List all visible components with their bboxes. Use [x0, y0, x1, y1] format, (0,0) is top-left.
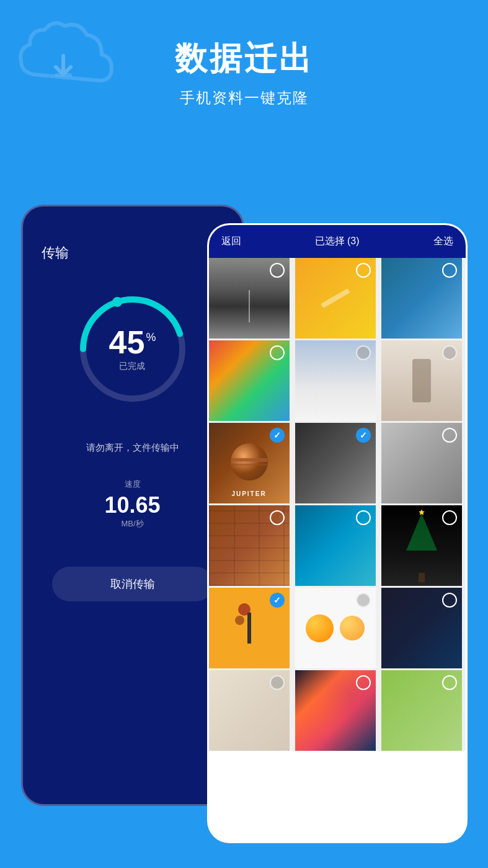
select-circle-16[interactable] [270, 675, 285, 690]
grid-item-2[interactable] [295, 258, 376, 339]
grid-item-1[interactable] [209, 258, 290, 339]
grid-item-3[interactable] [381, 258, 462, 339]
grid-item-5[interactable] [295, 340, 376, 421]
select-circle-15[interactable] [442, 593, 457, 608]
speed-label: 速度 [104, 479, 160, 490]
grid-item-14[interactable] [295, 588, 376, 668]
grid-item-7[interactable]: JUPITER [209, 423, 290, 503]
header-section: 数据迁出 手机资料一键克隆 [0, 0, 488, 133]
select-circle-8[interactable] [356, 428, 371, 443]
transfer-warning-text: 请勿离开，文件传输中 [86, 442, 179, 454]
back-button[interactable]: 返回 [221, 235, 241, 248]
select-circle-13[interactable] [270, 593, 285, 608]
selected-count-title: 已选择 (3) [315, 235, 360, 248]
select-circle-5[interactable] [356, 345, 371, 360]
grid-item-6[interactable] [381, 340, 462, 421]
transfer-section-label: 传输 [42, 244, 69, 262]
progress-text: 45 % 已完成 [109, 326, 156, 372]
grid-item-17[interactable] [295, 670, 376, 751]
select-circle-18[interactable] [442, 675, 457, 690]
jupiter-label: JUPITER [231, 490, 266, 497]
select-circle-7[interactable] [270, 428, 285, 443]
select-circle-12[interactable] [442, 510, 457, 525]
grid-item-13[interactable] [209, 588, 290, 668]
select-circle-1[interactable] [270, 263, 285, 278]
grid-item-4[interactable] [209, 340, 290, 421]
right-phone: 返回 已选择 (3) 全选 [207, 223, 468, 843]
sub-title: 手机资料一键克隆 [180, 88, 309, 108]
phones-container: 传输 45 % [21, 205, 468, 849]
select-circle-10[interactable] [270, 510, 285, 525]
select-circle-14[interactable] [356, 593, 371, 608]
select-circle-17[interactable] [356, 675, 371, 690]
grid-item-16[interactable] [209, 670, 290, 751]
speed-value: 10.65 [104, 492, 160, 518]
grid-item-12[interactable]: ⭐ [381, 505, 462, 586]
select-circle-2[interactable] [356, 263, 371, 278]
select-circle-3[interactable] [442, 263, 457, 278]
progress-number: 45 [109, 326, 145, 358]
select-circle-4[interactable] [270, 345, 285, 360]
progress-circle: 45 % 已完成 [71, 287, 195, 411]
select-circle-11[interactable] [356, 510, 371, 525]
grid-item-18[interactable] [381, 670, 462, 751]
progress-percent: % [146, 331, 156, 344]
gallery-header: 返回 已选择 (3) 全选 [209, 225, 466, 258]
select-circle-9[interactable] [442, 428, 457, 443]
gallery-grid: JUPITER [209, 258, 466, 751]
cancel-transfer-button[interactable]: 取消传输 [52, 567, 213, 601]
grid-item-15[interactable] [381, 588, 462, 668]
speed-section: 速度 10.65 MB/秒 [104, 479, 160, 529]
grid-item-11[interactable] [295, 505, 376, 586]
select-all-button[interactable]: 全选 [433, 235, 453, 248]
progress-done-label: 已完成 [109, 361, 156, 372]
main-title: 数据迁出 [175, 37, 314, 81]
grid-item-9[interactable] [381, 423, 462, 503]
jupiter-planet [231, 443, 268, 480]
grid-item-10[interactable] [209, 505, 290, 586]
speed-unit: MB/秒 [104, 518, 160, 529]
grid-item-8[interactable] [295, 423, 376, 503]
select-circle-6[interactable] [442, 345, 457, 360]
